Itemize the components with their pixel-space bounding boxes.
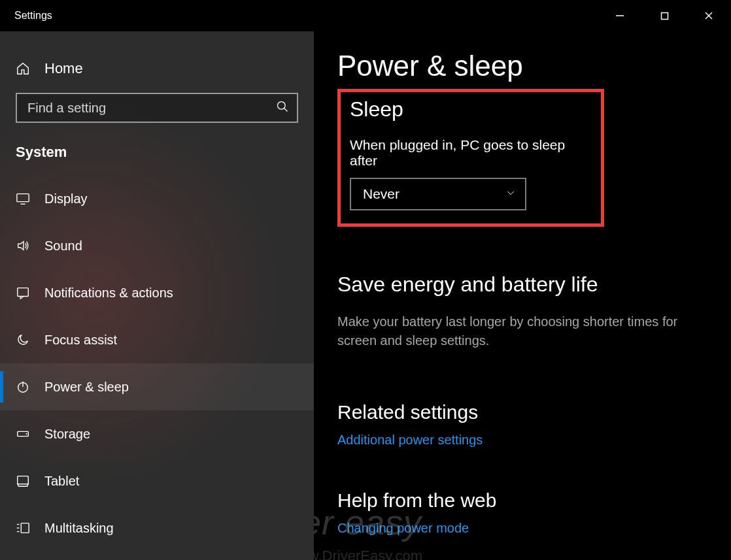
page-title: Power & sleep xyxy=(337,50,700,82)
sidebar-item-label: Notifications & actions xyxy=(44,286,173,301)
svg-point-4 xyxy=(278,102,286,110)
sidebar-item-sound[interactable]: Sound xyxy=(0,222,314,269)
svg-line-5 xyxy=(284,108,288,112)
sidebar-item-display[interactable]: Display xyxy=(0,175,314,222)
titlebar: Settings xyxy=(0,0,731,31)
window-controls xyxy=(598,0,731,31)
sidebar-item-focusassist[interactable]: Focus assist xyxy=(0,316,314,363)
svg-rect-6 xyxy=(17,194,29,202)
storage-icon xyxy=(16,427,30,441)
minimize-icon xyxy=(615,11,624,20)
display-icon xyxy=(16,191,30,206)
sleep-dropdown-value: Never xyxy=(363,186,400,202)
svg-point-12 xyxy=(26,433,27,435)
nav-list: Display Sound Notifications & actions xyxy=(0,175,314,552)
window-title: Settings xyxy=(0,10,52,22)
svg-rect-13 xyxy=(18,476,29,484)
tablet-icon xyxy=(16,474,30,488)
sidebar-item-multitasking[interactable]: Multitasking xyxy=(0,504,314,552)
chevron-down-icon xyxy=(505,188,516,201)
home-label: Home xyxy=(44,60,83,77)
search-container xyxy=(16,93,298,123)
watermark-text: driver easy xyxy=(314,502,422,542)
search-input[interactable] xyxy=(27,101,276,116)
sidebar-item-label: Sound xyxy=(44,239,82,254)
content-area: Power & sleep Sleep When plugged in, PC … xyxy=(314,31,731,560)
search-icon xyxy=(276,100,289,116)
sidebar-item-label: Tablet xyxy=(44,474,79,489)
svg-rect-1 xyxy=(661,12,668,19)
search-input-wrapper[interactable] xyxy=(16,93,298,123)
sidebar-item-label: Display xyxy=(44,191,88,206)
sleep-heading: Sleep xyxy=(350,97,592,122)
minimize-button[interactable] xyxy=(598,0,642,31)
close-icon xyxy=(704,11,713,20)
category-header: System xyxy=(0,139,314,175)
sidebar-item-notifications[interactable]: Notifications & actions xyxy=(0,269,314,316)
maximize-icon xyxy=(660,12,669,20)
related-heading: Related settings xyxy=(337,401,700,423)
sound-icon xyxy=(16,239,30,253)
window-body: Home System Display xyxy=(0,31,731,560)
sidebar-item-powersleep[interactable]: Power & sleep xyxy=(0,363,314,410)
energy-text: Make your battery last longer by choosin… xyxy=(337,312,700,350)
power-icon xyxy=(16,380,30,394)
settings-window: Settings Home xyxy=(0,0,731,560)
sidebar-item-label: Power & sleep xyxy=(44,380,129,395)
sidebar-item-label: Focus assist xyxy=(44,333,117,348)
sidebar-item-tablet[interactable]: Tablet xyxy=(0,457,314,504)
close-button[interactable] xyxy=(687,0,731,31)
maximize-button[interactable] xyxy=(642,0,687,31)
multitasking-icon xyxy=(16,521,30,535)
sidebar-item-label: Storage xyxy=(44,427,90,442)
home-nav[interactable]: Home xyxy=(0,52,314,93)
sidebar-item-label: Multitasking xyxy=(44,521,114,536)
sidebar-item-storage[interactable]: Storage xyxy=(0,410,314,457)
sidebar: Home System Display xyxy=(0,31,314,560)
svg-rect-17 xyxy=(21,523,29,533)
svg-rect-8 xyxy=(18,288,29,297)
notifications-icon xyxy=(16,286,30,300)
home-icon xyxy=(16,61,30,76)
watermark-url: www.DriverEasy.com xyxy=(314,548,422,560)
energy-heading: Save energy and battery life xyxy=(337,272,700,297)
focus-assist-icon xyxy=(16,333,30,347)
sleep-section-highlight: Sleep When plugged in, PC goes to sleep … xyxy=(337,89,604,227)
additional-power-settings-link[interactable]: Additional power settings xyxy=(337,433,483,448)
sleep-dropdown[interactable]: Never xyxy=(350,178,526,210)
sleep-setting-label: When plugged in, PC goes to sleep after xyxy=(350,137,592,169)
